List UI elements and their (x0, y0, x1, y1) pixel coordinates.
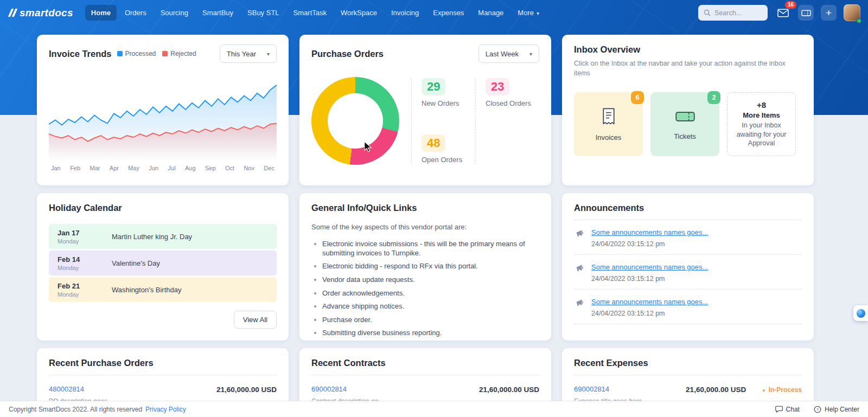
new-orders-label: New Orders (422, 99, 475, 107)
user-avatar[interactable] (844, 4, 860, 21)
ticket-icon (801, 9, 811, 17)
contract-number-link[interactable]: 690002814 (311, 385, 347, 393)
megaphone-icon (575, 298, 585, 307)
legend-processed-swatch (117, 51, 123, 56)
open-orders-label: Open Orders (422, 156, 475, 164)
mail-badge: 16 (785, 1, 796, 9)
announcements-title: Announcements (574, 203, 802, 213)
nav-invoicing[interactable]: Invoicing (385, 5, 425, 21)
online-status-dot (857, 18, 861, 23)
holiday-weekday: Monday (58, 265, 112, 271)
legend-processed-label: Processed (125, 50, 156, 57)
general-info-card: General Info/Quick Links Some of the key… (299, 193, 551, 341)
inbox-overview-card: Inbox Overview Click on the Inbox at the… (562, 35, 814, 185)
info-bullet: Electronic invoice submissions - this wi… (322, 240, 539, 258)
tickets-button[interactable] (798, 5, 814, 21)
announcement-link[interactable]: Some announcements names goes... (591, 228, 708, 236)
stat-new-orders: 29 New Orders (422, 78, 475, 107)
inbox-tile-invoices[interactable]: 6 Invoices (574, 92, 643, 156)
holiday-row: Feb 14Monday Valentine's Day (49, 251, 277, 275)
inbox-subtitle: Click on the Inbox at the navbar and tak… (574, 59, 802, 78)
search-box[interactable] (698, 5, 768, 21)
nav-sourcing[interactable]: Sourcing (155, 5, 194, 21)
holiday-date: Jan 17 (58, 229, 112, 237)
inbox-mail-button[interactable]: 16 (775, 5, 791, 21)
info-bullet: Order acknowledgements. (322, 289, 539, 298)
expense-number-link[interactable]: 690002814 (574, 385, 609, 393)
navbar-actions: 16 (698, 4, 860, 21)
trend-x-axis: Jan Feb Mar Apr May Jun Jul Aug Sep Oct … (49, 162, 277, 171)
announcement-time: 24/04/2022 03:15:12 pm (591, 240, 708, 248)
month-label: Nov (244, 165, 254, 171)
holiday-row: Jan 17Monday Martin Luther king Jr. Day (49, 224, 277, 249)
announcement-time: 24/04/2022 03:15:12 pm (591, 310, 708, 317)
month-label: Jan (51, 165, 61, 171)
nav-expenses[interactable]: Expenses (427, 5, 470, 21)
info-bullet: Purchase order. (322, 316, 539, 325)
purchase-orders-donut-chart (311, 77, 399, 165)
holiday-calendar-card: Holiday Calendar Jan 17Monday Martin Lut… (37, 193, 289, 341)
brand-logo[interactable]: smartdocs (10, 7, 73, 19)
closed-orders-label: Closed Orders (486, 99, 539, 107)
inbox-tile-tickets[interactable]: 2 Tickets (650, 92, 719, 156)
stat-closed-orders: 23 Closed Orders (486, 78, 539, 107)
trend-period-value: This Year (227, 50, 256, 58)
dashboard-content: Invoice Trends Processed Rejected This Y… (0, 35, 868, 417)
nav-manage[interactable]: Manage (472, 5, 509, 21)
month-label: Jul (168, 165, 176, 171)
announcement-item: Some announcements names goes... 24/04/2… (574, 220, 802, 255)
nav-orders[interactable]: Orders (119, 5, 152, 21)
month-label: Dec (264, 165, 275, 171)
chat-widget-tab[interactable] (853, 305, 868, 321)
invoices-badge: 6 (631, 91, 644, 104)
expense-status-badge: In-Process (762, 386, 802, 394)
holiday-weekday: Monday (58, 238, 112, 245)
nav-smartbuy[interactable]: SmartBuy (196, 5, 239, 21)
chat-widget-icon (857, 309, 865, 318)
nav-sbuy-stl[interactable]: SBuy STL (241, 5, 285, 21)
po-period-select[interactable]: Last Week (478, 44, 539, 63)
search-icon (704, 9, 711, 16)
trend-period-select[interactable]: This Year (220, 44, 277, 63)
help-icon: ? (814, 406, 821, 413)
nav-more[interactable]: More (512, 5, 545, 21)
inbox-tile-more[interactable]: +8 More Items In your Inbox awaiting for… (727, 92, 796, 156)
chat-button[interactable]: Chat (775, 406, 800, 413)
privacy-policy-link[interactable]: Privacy Policy (145, 406, 186, 413)
info-bullet: Vendor data update requests. (322, 275, 539, 285)
po-amount: 21,60,000.00 USD (216, 386, 277, 394)
holiday-date: Feb 21 (58, 282, 112, 290)
megaphone-icon (575, 264, 585, 272)
invoice-trends-title: Invoice Trends (49, 49, 112, 59)
po-period-value: Last Week (486, 50, 519, 58)
help-center-button[interactable]: ? Help Center (814, 406, 859, 413)
nav-workspace[interactable]: WorkSpace (335, 5, 383, 21)
announcement-item: Some announcements names goes... 24/04/2… (574, 290, 802, 324)
holiday-name: Martin Luther king Jr. Day (112, 233, 192, 241)
general-info-title: General Info/Quick Links (311, 203, 539, 213)
month-label: Sep (205, 165, 216, 171)
invoice-receipt-icon (601, 107, 617, 126)
announcement-link[interactable]: Some announcements names goes... (591, 298, 708, 306)
stat-open-orders: 48 Open Orders (422, 134, 475, 164)
po-number-link[interactable]: 480002814 (49, 385, 84, 393)
search-input[interactable] (714, 9, 761, 17)
expense-amount: 21,60,000.00 USD (686, 386, 746, 394)
info-bullet: Advance shipping notices. (322, 302, 539, 311)
holiday-name: Valentine's Day (112, 259, 160, 267)
tickets-tile-label: Tickets (674, 132, 696, 140)
mail-icon (777, 9, 789, 17)
nav-home[interactable]: Home (85, 5, 117, 21)
general-info-list: Electronic invoice submissions - this wi… (311, 240, 539, 338)
main-nav: Home Orders Sourcing SmartBuy SBuy STL S… (85, 5, 545, 21)
nav-smarttask[interactable]: SmartTask (288, 5, 333, 21)
view-all-button[interactable]: View All (234, 311, 277, 329)
announcements-card: Announcements Some announcements names g… (562, 193, 814, 341)
help-center-label: Help Center (825, 406, 859, 413)
month-label: Jun (149, 165, 158, 171)
footer-bar: Copyright SmartDocs 2022. All rights res… (0, 401, 868, 417)
add-button[interactable] (821, 5, 837, 21)
tickets-badge: 2 (707, 91, 720, 104)
announcement-link[interactable]: Some announcements names goes... (591, 263, 708, 271)
open-orders-value: 48 (422, 134, 445, 152)
